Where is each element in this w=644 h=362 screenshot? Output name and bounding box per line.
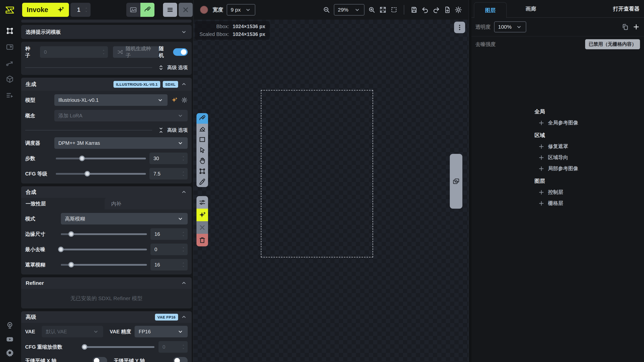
close-icon	[182, 6, 189, 14]
cancel-button[interactable]	[196, 221, 208, 234]
scheduler-select[interactable]: DPM++ 3M Karras	[54, 137, 188, 149]
mode-select[interactable]: 高斯模糊	[61, 213, 188, 224]
save-icon[interactable]	[410, 6, 418, 14]
steps-slider[interactable]	[56, 153, 146, 164]
app-root: Invoke 1 选择提示词模板	[0, 0, 644, 362]
duplicate-layer-icon[interactable]	[621, 23, 629, 31]
zoom-out-icon[interactable]	[323, 6, 330, 14]
min-denoise-slider[interactable]	[61, 244, 147, 255]
rect-tool[interactable]	[196, 134, 208, 145]
prompt-template-card[interactable]: 选择提示词模板	[21, 25, 192, 39]
seed-advanced-options[interactable]: 高级 选项	[25, 64, 188, 71]
menu-button[interactable]	[163, 3, 177, 17]
lora-select[interactable]: 添加 LoRA	[54, 110, 188, 121]
nav-queue-icon[interactable]	[6, 91, 14, 100]
model-default-sparkle-icon[interactable]	[171, 97, 178, 103]
nav-viewer-icon[interactable]	[6, 43, 14, 51]
cfg-input[interactable]: 7.5	[149, 168, 188, 179]
add-inpaint-mask[interactable]: 修复遮罩	[538, 143, 581, 150]
add-global-ref-image[interactable]: 全局参考图像	[538, 119, 581, 126]
undo-icon[interactable]	[421, 6, 429, 14]
generate-button[interactable]	[196, 209, 208, 221]
canvas-stage[interactable]: Bbox: 1024×1536 px Scaled Bbox: 1024×153…	[193, 20, 469, 362]
seed-input[interactable]: 0	[40, 46, 108, 58]
chevron-up-icon[interactable]	[181, 81, 187, 87]
add-layer-icon[interactable]	[632, 23, 640, 31]
queue-count-value: 1	[73, 7, 85, 13]
brush-width-select[interactable]: 9 px	[227, 4, 255, 16]
seamless-y-toggle[interactable]	[173, 357, 188, 362]
chevron-up-icon[interactable]	[181, 280, 187, 286]
advanced-header[interactable]: 高级 VAE FP16	[21, 311, 192, 323]
vae-precision-select[interactable]: FP16	[135, 326, 188, 337]
brush-tool[interactable]	[196, 113, 208, 124]
chevron-up-icon[interactable]	[181, 314, 187, 320]
transform-tool[interactable]	[196, 166, 208, 176]
select-tool[interactable]	[196, 145, 208, 155]
nav-canvas-icon[interactable]	[6, 27, 14, 35]
model-settings-gear-icon[interactable]	[181, 97, 188, 103]
min-denoise-value: 0	[154, 247, 182, 252]
generation-header[interactable]: 生成 ILLUSTRIOUS-XL-V0.1 SDXL	[21, 78, 192, 91]
random-seed-toggle[interactable]	[173, 48, 188, 56]
nav-models-icon[interactable]	[6, 75, 14, 83]
chevron-down-icon[interactable]	[181, 29, 187, 35]
group-header-global: 全局	[535, 108, 581, 115]
add-regional-ref-image[interactable]: 局部参考图像	[538, 165, 581, 172]
viewer-image-button[interactable]	[126, 3, 140, 17]
chevron-up-icon[interactable]	[181, 189, 187, 195]
mask-blur-slider[interactable]	[61, 259, 147, 270]
eyedropper-tool[interactable]	[196, 176, 208, 187]
eraser-tool[interactable]	[196, 124, 208, 134]
youtube-icon[interactable]	[6, 335, 14, 343]
canvas-menu-button[interactable]	[454, 22, 465, 33]
add-regional-guidance[interactable]: 区域导向	[538, 154, 581, 161]
tips-bulb-icon[interactable]	[6, 321, 14, 330]
settings-gear-icon[interactable]	[6, 348, 14, 357]
opacity-select[interactable]: 100%	[494, 21, 526, 32]
new-session-icon[interactable]	[444, 6, 451, 14]
mask-blur-input[interactable]: 16	[150, 259, 188, 270]
refiner-header[interactable]: Refiner	[21, 277, 192, 289]
cfg-rescale-input[interactable]: 0	[158, 341, 188, 353]
tab-coherence[interactable]: 一致性层	[21, 198, 105, 209]
queue-count-stepper[interactable]: 1	[70, 3, 91, 17]
cfg-slider[interactable]	[56, 168, 146, 179]
zoom-level-select[interactable]: 29%	[334, 4, 365, 16]
compositing-header[interactable]: 合成	[21, 186, 192, 198]
gallery-drawer-handle[interactable]	[450, 154, 462, 209]
delete-button[interactable]	[196, 234, 208, 246]
zoom-in-icon[interactable]	[368, 6, 376, 14]
generation-advanced-options[interactable]: 高级 选项	[25, 127, 188, 133]
canvas-brush-button[interactable]	[140, 3, 154, 17]
cfg-rescale-slider[interactable]	[85, 341, 154, 353]
fit-view-icon[interactable]	[379, 6, 387, 14]
open-viewer-button[interactable]: 打开查看器	[613, 5, 639, 12]
invoke-logo-icon[interactable]	[4, 5, 15, 16]
tab-gallery[interactable]: 画廊	[516, 0, 546, 18]
panel-gutter	[469, 0, 471, 362]
fit-bbox-icon[interactable]	[390, 6, 398, 14]
seamless-x-toggle[interactable]	[93, 357, 107, 362]
vae-select[interactable]: 默认 VAE	[42, 326, 103, 337]
min-denoise-input[interactable]: 0	[150, 244, 188, 255]
tab-inpaint[interactable]: 内补	[105, 198, 192, 209]
add-control-layer[interactable]: 控制层	[538, 189, 581, 196]
edge-size-slider[interactable]	[61, 228, 147, 240]
nav-workflows-icon[interactable]	[6, 59, 14, 67]
edge-size-input[interactable]: 16	[150, 228, 188, 240]
model-select[interactable]: Illustrious-XL-v0.1	[54, 94, 168, 106]
invoke-button[interactable]: Invoke	[22, 3, 69, 17]
generation-bbox[interactable]	[261, 90, 373, 257]
randomize-seed-button[interactable]: 随机生成种子	[113, 46, 159, 58]
close-button[interactable]	[179, 3, 193, 17]
add-raster-layer[interactable]: 栅格层	[538, 200, 581, 207]
queue-count-arrows[interactable]	[85, 7, 88, 13]
tab-layers[interactable]: 图层	[474, 2, 507, 18]
color-swatch[interactable]	[200, 6, 208, 14]
filter-button[interactable]	[196, 196, 208, 209]
redo-icon[interactable]	[432, 6, 440, 14]
canvas-settings-gear-icon[interactable]	[455, 6, 462, 14]
steps-input[interactable]: 30	[149, 153, 188, 164]
pan-tool[interactable]	[196, 155, 208, 166]
